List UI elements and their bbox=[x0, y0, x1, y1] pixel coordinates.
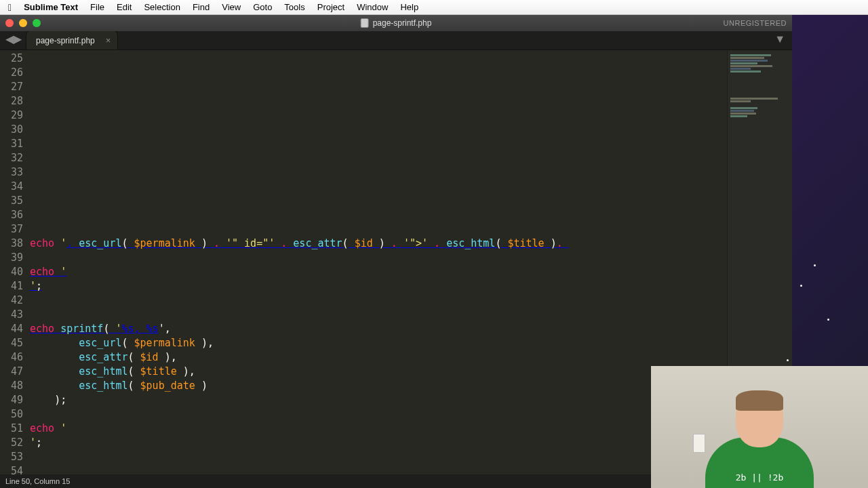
menu-find[interactable]: Find bbox=[193, 2, 210, 12]
file-icon bbox=[361, 18, 369, 28]
presenter: 2b || !2b bbox=[698, 386, 821, 488]
registration-status: UNREGISTERED bbox=[724, 19, 787, 27]
line-gutter: 25 26 27 28 29 30 31 32 33 34 35 36 37 3… bbox=[0, 50, 30, 474]
app-name[interactable]: Sublime Text bbox=[24, 2, 78, 12]
code-editor[interactable]: echo '. esc_url( $permalink ) . '" id="'… bbox=[30, 50, 727, 474]
apple-logo-icon[interactable]:  bbox=[8, 2, 12, 13]
desktop-stars bbox=[760, 258, 841, 339]
window-titlebar: page-sprintf.php UNREGISTERED bbox=[0, 15, 792, 31]
menu-tools[interactable]: Tools bbox=[284, 2, 304, 12]
menu-goto[interactable]: Goto bbox=[253, 2, 272, 12]
shirt-text: 2b || !2b bbox=[736, 472, 783, 483]
webcam-overlay: 2b || !2b bbox=[651, 366, 868, 488]
tab-page-sprintf[interactable]: page-sprintf.php × bbox=[26, 30, 118, 49]
menu-view[interactable]: View bbox=[222, 2, 241, 12]
menu-window[interactable]: Window bbox=[357, 2, 388, 12]
traffic-lights bbox=[5, 19, 41, 27]
zoom-window-icon[interactable] bbox=[33, 19, 41, 27]
title-filename: page-sprintf.php bbox=[373, 18, 432, 28]
close-window-icon[interactable] bbox=[5, 19, 14, 27]
tab-close-icon[interactable]: × bbox=[106, 35, 111, 45]
tab-bar: ◀ ▶ page-sprintf.php × ▼ bbox=[0, 31, 792, 50]
nav-back-icon[interactable]: ◀ bbox=[5, 33, 14, 45]
cursor-position: Line 50, Column 15 bbox=[5, 477, 70, 485]
tab-label: page-sprintf.php bbox=[36, 36, 95, 45]
tab-dropdown-icon[interactable]: ▼ bbox=[774, 33, 792, 49]
minimize-window-icon[interactable] bbox=[19, 19, 27, 27]
macos-menubar:  Sublime Text File Edit Selection Find … bbox=[0, 0, 868, 15]
nav-arrows: ◀ ▶ bbox=[3, 33, 26, 49]
menu-project[interactable]: Project bbox=[317, 2, 344, 12]
nav-forward-icon[interactable]: ▶ bbox=[14, 33, 22, 45]
menu-help[interactable]: Help bbox=[400, 2, 418, 12]
menu-file[interactable]: File bbox=[90, 2, 104, 12]
menu-edit[interactable]: Edit bbox=[117, 2, 132, 12]
menu-selection[interactable]: Selection bbox=[144, 2, 180, 12]
window-title: page-sprintf.php bbox=[361, 18, 432, 28]
